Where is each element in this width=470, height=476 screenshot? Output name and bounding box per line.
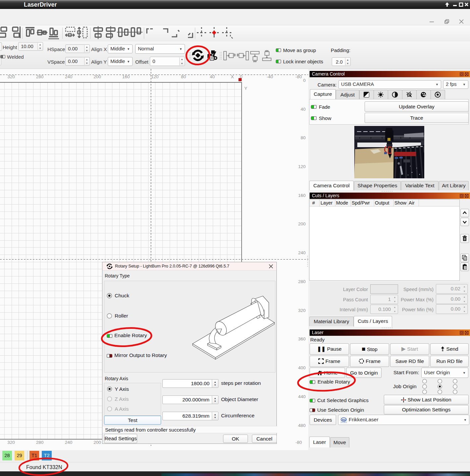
svg-text:80: 80 [181, 74, 186, 79]
svg-text:-80: -80 [295, 440, 302, 445]
svg-text:80: 80 [301, 135, 306, 140]
svg-text:280: 280 [298, 279, 306, 284]
svg-text:RD: RD [342, 418, 346, 421]
svg-text:240: 240 [65, 74, 73, 79]
svg-text:200: 200 [298, 221, 306, 226]
svg-text:200: 200 [93, 440, 101, 445]
svg-text:X: X [231, 74, 234, 79]
svg-text:400: 400 [298, 365, 306, 370]
svg-text:360: 360 [298, 336, 306, 341]
svg-text:320: 320 [298, 308, 306, 313]
svg-text:440: 440 [298, 394, 306, 399]
svg-text:480: 480 [298, 423, 306, 428]
svg-text:RuiDa ACS: RuiDa ACS [341, 422, 347, 423]
svg-text:240: 240 [298, 250, 306, 255]
svg-text:40: 40 [301, 107, 306, 112]
svg-text:240: 240 [65, 440, 73, 445]
svg-text:120: 120 [151, 74, 159, 79]
svg-text:-80: -80 [295, 74, 302, 79]
svg-text:280: 280 [36, 74, 44, 79]
svg-text:280: 280 [36, 440, 44, 445]
svg-text:40: 40 [210, 74, 215, 79]
svg-text:160: 160 [298, 193, 306, 198]
svg-text:160: 160 [122, 74, 130, 79]
svg-text:120: 120 [298, 164, 306, 169]
svg-text:0: 0 [303, 78, 306, 83]
svg-text:0: 0 [240, 74, 243, 79]
svg-text:320: 320 [7, 74, 15, 79]
svg-text:320: 320 [7, 440, 15, 445]
svg-text:200: 200 [93, 74, 101, 79]
svg-text:-40: -40 [266, 74, 273, 79]
svg-text:Y: Y [244, 86, 247, 91]
